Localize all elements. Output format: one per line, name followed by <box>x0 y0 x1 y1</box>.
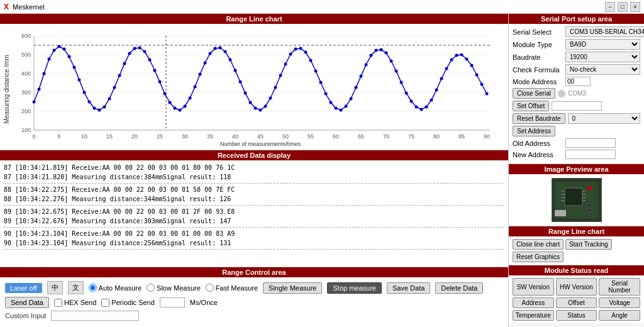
new-address-input[interactable] <box>565 150 616 159</box>
offset-button[interactable]: Offset <box>556 297 597 308</box>
voltage-button[interactable]: Voltage <box>599 297 640 308</box>
svg-text:85: 85 <box>458 133 465 140</box>
board-svg <box>552 179 601 221</box>
periodic-send-label: Periodic Send <box>111 299 155 306</box>
svg-point-100 <box>350 97 353 101</box>
hex-send-group: HEX Send <box>54 299 96 307</box>
module-status-grid: SW Version HW Version Serial Number Addr… <box>509 275 644 323</box>
close-serial-button[interactable]: Close Serial <box>513 88 555 99</box>
range-line-chart-buttons: Close line chart Start Tracking Reset Gr… <box>509 236 644 265</box>
svg-point-78 <box>239 80 242 84</box>
svg-text:50: 50 <box>282 133 289 140</box>
svg-point-71 <box>204 62 207 65</box>
svg-text:35: 35 <box>207 133 213 140</box>
svg-text:Measuring distance /mm: Measuring distance /mm <box>3 55 10 124</box>
svg-point-44 <box>68 55 71 58</box>
temperature-button[interactable]: Temperature <box>513 310 554 321</box>
svg-point-89 <box>294 48 297 51</box>
baudrate-dropdown[interactable]: 19200 <box>565 52 640 62</box>
periodic-send-checkbox[interactable] <box>101 299 109 307</box>
ms-once-label: Ms/Once <box>190 299 218 306</box>
start-tracking-button[interactable]: Start Tracking <box>565 239 612 250</box>
send-data-button[interactable]: Send Data <box>5 297 49 308</box>
chart-container: Measuring distance /mm <box>0 24 508 150</box>
main-container: Range Line chart Measuring distance /mm <box>0 14 644 327</box>
set-address-button[interactable]: Set Address <box>513 126 555 136</box>
svg-point-37 <box>33 101 36 104</box>
module-type-dropdown[interactable]: BA9D <box>565 39 640 50</box>
svg-point-40 <box>48 58 51 61</box>
custom-input-field[interactable] <box>51 311 139 321</box>
baudrate-row: Baudrate 19200 <box>513 52 640 62</box>
restore-button[interactable]: □ <box>618 2 628 12</box>
address-button[interactable]: Address <box>513 297 554 308</box>
app-title: Meskernel <box>13 3 605 11</box>
slow-measure-radio[interactable] <box>147 284 155 292</box>
set-offset-button[interactable]: Set Offset <box>513 101 549 111</box>
serial-port-section: Serial Port setup area Serial Select COM… <box>509 14 644 164</box>
close-serial-row: Close Serial COM3 <box>513 88 640 99</box>
reset-baudrate-dropdown[interactable]: 0 <box>568 113 641 124</box>
close-button[interactable]: × <box>630 2 640 12</box>
custom-input-label: Custom Input <box>5 312 46 319</box>
separator-4 <box>4 249 504 250</box>
fast-measure-radio[interactable] <box>206 284 214 292</box>
svg-point-114 <box>420 108 423 111</box>
hex-send-checkbox[interactable] <box>54 299 62 307</box>
minimize-button[interactable]: − <box>605 2 615 12</box>
svg-point-46 <box>78 79 81 82</box>
svg-text:200: 200 <box>21 108 31 114</box>
svg-point-85 <box>274 86 277 89</box>
ch-button-1[interactable]: 中 <box>47 281 63 294</box>
old-address-input[interactable] <box>565 138 616 148</box>
svg-point-54 <box>118 74 121 77</box>
delete-data-button[interactable]: Delete Data <box>435 282 483 294</box>
close-line-chart-button[interactable]: Close line chart <box>513 239 564 250</box>
svg-text:80: 80 <box>433 133 440 140</box>
stop-measure-button[interactable]: Stop measure <box>327 282 381 294</box>
svg-point-86 <box>279 74 282 77</box>
data-line-3: 88 [10:34:22.275] Receive:AA 00 00 22 00… <box>4 185 504 194</box>
baudrate-label: Baudrate <box>513 53 563 61</box>
reset-graphics-button[interactable]: Reset Graphics <box>513 252 564 262</box>
svg-text:600: 600 <box>21 33 31 39</box>
svg-point-61 <box>153 69 157 72</box>
svg-point-103 <box>365 64 368 67</box>
status-button[interactable]: Status <box>556 310 597 321</box>
ch-button-2[interactable]: 文 <box>68 281 84 294</box>
svg-text:100: 100 <box>21 127 31 133</box>
angle-button[interactable]: Angle <box>599 310 640 321</box>
check-formula-dropdown[interactable]: No-check <box>565 64 640 75</box>
hw-version-button[interactable]: HW Version <box>556 278 597 296</box>
svg-point-62 <box>158 80 162 84</box>
control-row-1: Laser off 中 文 Auto Measure Slow Measure … <box>5 281 503 294</box>
ms-once-input[interactable] <box>160 297 185 308</box>
serial-number-button[interactable]: Serial Number <box>599 278 640 296</box>
old-address-label: Old Address <box>513 140 563 147</box>
svg-point-99 <box>345 105 348 108</box>
control-row-2: Send Data HEX Send Periodic Send Ms/Once <box>5 297 503 308</box>
svg-point-41 <box>53 49 56 52</box>
laser-button[interactable]: Laser off <box>5 283 42 293</box>
svg-point-66 <box>179 109 182 112</box>
auto-measure-radio[interactable] <box>89 284 97 292</box>
svg-point-96 <box>330 101 333 104</box>
svg-text:25: 25 <box>157 133 163 140</box>
svg-point-87 <box>284 63 287 66</box>
serial-port-header: Serial Port setup area <box>509 14 644 24</box>
svg-point-80 <box>249 101 252 104</box>
range-line-chart-svg: Measuring distance /mm <box>3 26 493 146</box>
reset-baudrate-button[interactable]: Reset Baudrate <box>513 113 565 124</box>
svg-point-117 <box>435 89 438 92</box>
offset-input[interactable] <box>552 101 602 111</box>
svg-point-56 <box>128 52 131 55</box>
sw-version-button[interactable]: SW Version <box>513 278 554 296</box>
svg-point-108 <box>390 60 393 63</box>
single-measure-button[interactable]: Single Measure <box>263 282 322 294</box>
serial-select-dropdown[interactable]: COM3 USB-SERIAL CH34 ▾ <box>565 26 644 37</box>
range-line-chart-section: Range Line chart Close line chart Start … <box>509 226 644 265</box>
svg-text:30: 30 <box>182 133 188 140</box>
image-preview-content <box>509 174 644 226</box>
mode-address-input[interactable] <box>565 77 591 86</box>
save-data-button[interactable]: Save Data <box>387 282 430 294</box>
